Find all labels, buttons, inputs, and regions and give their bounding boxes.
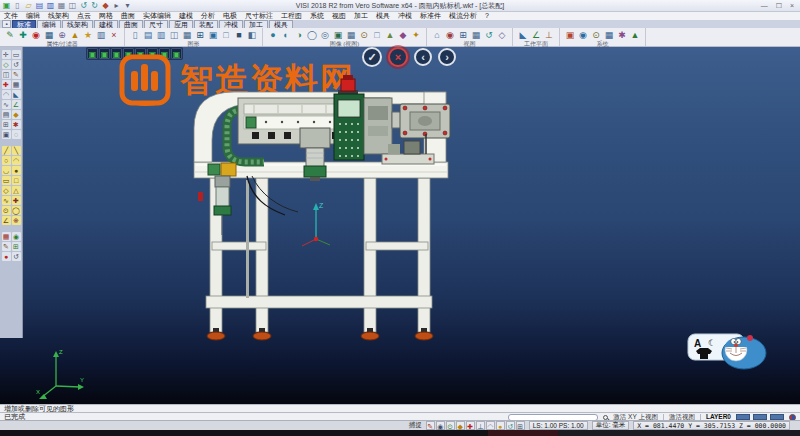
trim-icon[interactable]: ✚: [2, 80, 11, 89]
view-right-icon[interactable]: ▣: [111, 48, 122, 59]
iso-view-icon[interactable]: ◇: [496, 29, 508, 41]
snap-quad-icon[interactable]: ◆: [456, 421, 465, 430]
tab-1[interactable]: 标准: [12, 20, 36, 28]
axis-icon[interactable]: ∠: [530, 29, 542, 41]
dim-icon[interactable]: ∠: [12, 100, 21, 109]
view-front-icon[interactable]: ▣: [99, 48, 110, 59]
save-icon[interactable]: ▤: [35, 1, 44, 10]
dot-view-icon[interactable]: ⊙: [358, 29, 370, 41]
more-icon[interactable]: ▾: [123, 1, 132, 10]
delete-icon[interactable]: ×: [108, 29, 120, 41]
tab-9[interactable]: 冲模: [219, 20, 243, 28]
target-icon[interactable]: ◉: [30, 29, 42, 41]
next-button[interactable]: ›: [438, 48, 456, 66]
print-icon[interactable]: ▦: [57, 1, 66, 10]
menu-item-6[interactable]: 曲面: [117, 12, 139, 20]
spline-icon[interactable]: ∿: [2, 196, 11, 205]
menu-item-19[interactable]: 模流分析: [445, 12, 481, 20]
target-view-icon[interactable]: ◉: [444, 29, 456, 41]
reference-icon[interactable]: ※: [12, 216, 21, 225]
tab-11[interactable]: 模具: [269, 20, 293, 28]
menu-item-5[interactable]: 网格: [95, 12, 117, 20]
import-icon[interactable]: ▥: [46, 1, 55, 10]
half-box-icon[interactable]: ◧: [246, 29, 258, 41]
new-file-icon[interactable]: ▯: [13, 1, 22, 10]
menu-item-12[interactable]: 工程图: [277, 12, 306, 20]
menu-item-20[interactable]: ?: [481, 12, 493, 20]
arc2-icon[interactable]: ◡: [2, 166, 11, 175]
explode-icon[interactable]: ✱: [12, 120, 21, 129]
menu-item-15[interactable]: 加工: [350, 12, 372, 20]
redo-icon[interactable]: ↻: [90, 1, 99, 10]
snap-end-icon[interactable]: ✎: [426, 421, 435, 430]
hidden-line-icon[interactable]: ◎: [319, 29, 331, 41]
render-icon[interactable]: ▦: [2, 232, 11, 241]
line-icon[interactable]: ╱: [2, 146, 11, 155]
polyline-icon[interactable]: ╲: [12, 146, 21, 155]
stamp-icon[interactable]: ◆: [101, 1, 110, 10]
tri-view-icon[interactable]: ▲: [384, 29, 396, 41]
snap-mid-icon[interactable]: ◉: [436, 421, 445, 430]
grid-view-icon[interactable]: ▦: [345, 29, 357, 41]
view-back-icon[interactable]: ▣: [135, 48, 146, 59]
snap-tan-icon[interactable]: ◠: [486, 421, 495, 430]
menu-item-3[interactable]: 线架构: [44, 12, 73, 20]
menu-item-17[interactable]: 冲模: [394, 12, 416, 20]
clock-icon[interactable]: ⊙: [590, 29, 602, 41]
group-icon[interactable]: ⊞: [2, 120, 11, 129]
sketch-icon[interactable]: ✎: [2, 242, 11, 251]
menu-item-18[interactable]: 标准件: [416, 12, 445, 20]
snap-int-icon[interactable]: ✚: [466, 421, 475, 430]
menu-item-4[interactable]: 点云: [73, 12, 95, 20]
triangle-icon[interactable]: ▲: [69, 29, 81, 41]
maximize-button[interactable]: ☐: [776, 2, 782, 10]
globe-icon[interactable]: ◉: [577, 29, 589, 41]
scale-icon[interactable]: ◌: [12, 130, 21, 139]
offset-icon[interactable]: ✎: [12, 70, 21, 79]
prev-button[interactable]: ‹: [414, 48, 432, 66]
half-shade2-icon[interactable]: ◑: [293, 29, 305, 41]
machine-icon[interactable]: ⊞: [12, 242, 21, 251]
flag-icon[interactable]: ▲: [629, 29, 641, 41]
reset-icon[interactable]: ↺: [12, 252, 21, 261]
cancel-button[interactable]: ×: [388, 47, 408, 67]
fillet-icon[interactable]: ◠: [2, 90, 11, 99]
tab-2[interactable]: 编辑: [37, 20, 61, 28]
cam-icon[interactable]: ◉: [12, 232, 21, 241]
search-icon[interactable]: [603, 415, 608, 420]
menu-item-8[interactable]: 建模: [175, 12, 197, 20]
extend-icon[interactable]: ▦: [12, 80, 21, 89]
open-file-icon[interactable]: ▱: [24, 1, 33, 10]
undo-icon[interactable]: ↺: [79, 1, 88, 10]
half-shade-icon[interactable]: ◐: [280, 29, 292, 41]
ellipse-icon[interactable]: ◯: [12, 206, 21, 215]
color-icon[interactable]: ◆: [12, 110, 21, 119]
measure-icon[interactable]: ∿: [2, 100, 11, 109]
window-icon[interactable]: ⊞: [194, 29, 206, 41]
zoom-window-icon[interactable]: ▦: [470, 29, 482, 41]
cross-icon[interactable]: ✚: [12, 196, 21, 205]
refresh-icon[interactable]: ↺: [506, 421, 515, 430]
plane-icon[interactable]: ◣: [517, 29, 529, 41]
tab-lead-button[interactable]: ▪: [2, 20, 11, 28]
tab-7[interactable]: 应用: [169, 20, 193, 28]
menu-item-14[interactable]: 视图: [328, 12, 350, 20]
pen-icon[interactable]: ✎: [4, 29, 16, 41]
filled-doc-icon[interactable]: ▣: [207, 29, 219, 41]
add-icon[interactable]: ✚: [17, 29, 29, 41]
tab-3[interactable]: 线架构: [62, 20, 93, 28]
triangle-draw-icon[interactable]: △: [12, 186, 21, 195]
menu-item-9[interactable]: 分析: [197, 12, 219, 20]
circle-icon[interactable]: ○: [2, 156, 11, 165]
layer-icon[interactable]: ▤: [2, 110, 11, 119]
menu-item-2[interactable]: 编辑: [22, 12, 44, 20]
select-icon[interactable]: ✛: [2, 50, 11, 59]
angle-icon[interactable]: ∠: [2, 216, 11, 225]
close-button[interactable]: ×: [790, 2, 794, 10]
pin-icon[interactable]: ▸: [112, 1, 121, 10]
normal-icon[interactable]: ⊥: [543, 29, 555, 41]
home-view-icon[interactable]: ⌂: [431, 29, 443, 41]
center-point-icon[interactable]: ⊙: [2, 206, 11, 215]
tab-5[interactable]: 曲面: [119, 20, 143, 28]
copy-icon[interactable]: ◫: [68, 1, 77, 10]
